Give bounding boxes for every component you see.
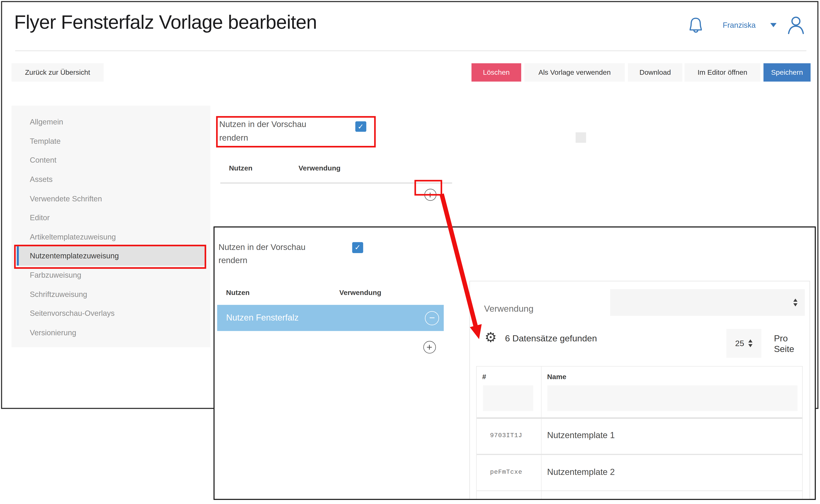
per-page-value: 25 bbox=[735, 339, 744, 348]
row-name-cell: Nutzentemplate 1 bbox=[547, 430, 615, 440]
remove-nutzen-button[interactable]: − bbox=[425, 311, 439, 325]
plus-icon: + bbox=[427, 342, 432, 352]
open-in-editor-button[interactable]: Im Editor öffnen bbox=[684, 63, 760, 82]
sidebar-item-allgemein[interactable]: Allgemein bbox=[17, 112, 206, 132]
overlay-render-preview-label-line2: rendern bbox=[218, 254, 333, 267]
add-nutzen-button[interactable]: + bbox=[424, 189, 436, 201]
results-count-text: 6 Datensätze gefunden bbox=[505, 334, 597, 344]
download-button[interactable]: Download bbox=[628, 63, 683, 82]
sidebar-item-editor[interactable]: Editor bbox=[17, 208, 206, 227]
per-page-select[interactable]: 25 bbox=[726, 329, 761, 358]
results-table: # Name 9703IT1J Nutzentemplate 1 peFmTcx… bbox=[476, 366, 802, 499]
delete-button[interactable]: Löschen bbox=[472, 63, 521, 82]
row-name-cell: Nutzentemplate 2 bbox=[547, 467, 615, 477]
overlay-render-preview-label-line1: Nutzen in der Vorschau bbox=[218, 240, 333, 254]
verwendung-select[interactable] bbox=[610, 289, 804, 316]
per-page-stepper-icon bbox=[748, 339, 753, 347]
table-header-id: # bbox=[482, 373, 486, 381]
verwendung-label: Verwendung bbox=[484, 304, 534, 314]
page-title: Flyer Fensterfalz Vorlage bearbeiten bbox=[14, 12, 317, 34]
overlay-column-header-verwendung: Verwendung bbox=[339, 288, 381, 296]
table-header-divider bbox=[220, 182, 452, 183]
column-header-nutzen: Nutzen bbox=[229, 164, 252, 172]
select-stepper-icon bbox=[793, 299, 797, 306]
sidebar-item-seitenvorschau-overlays[interactable]: Seitenvorschau-Overlays bbox=[17, 304, 206, 323]
user-avatar-icon[interactable] bbox=[787, 16, 805, 35]
render-preview-label-line1: Nutzen in der Vorschau bbox=[219, 118, 329, 131]
overlay-render-preview-checkbox[interactable]: ✓ bbox=[352, 242, 363, 253]
sidebar-item-nutzentemplatezuweisung[interactable]: Nutzentemplatezuweisung bbox=[17, 246, 206, 265]
table-row[interactable]: 9703IT1J Nutzentemplate 1 bbox=[477, 418, 802, 454]
save-button[interactable]: Speichern bbox=[764, 63, 811, 82]
sidebar-item-verwendete-schriften[interactable]: Verwendete Schriften bbox=[17, 189, 206, 208]
per-page-label: Pro Seite bbox=[774, 334, 810, 355]
checkmark-icon: ✓ bbox=[357, 122, 364, 131]
sidebar-item-template[interactable]: Template bbox=[17, 132, 206, 151]
minus-icon: − bbox=[429, 312, 435, 324]
back-to-overview-button[interactable]: Zurück zur Übersicht bbox=[12, 63, 104, 82]
render-preview-label-line2: rendern bbox=[219, 131, 329, 144]
overlay-add-nutzen-button[interactable]: + bbox=[423, 341, 436, 354]
gear-icon[interactable]: ⚙ bbox=[485, 330, 497, 345]
table-header-name: Name bbox=[547, 373, 566, 381]
table-row[interactable]: peFmTcxe Nutzentemplate 2 bbox=[477, 455, 802, 491]
plus-icon: + bbox=[427, 190, 433, 200]
id-filter-input[interactable] bbox=[483, 385, 533, 411]
name-filter-input[interactable] bbox=[547, 385, 797, 411]
sidebar-item-versionierung[interactable]: Versionierung bbox=[17, 323, 206, 342]
sidebar-item-assets[interactable]: Assets bbox=[17, 170, 206, 189]
use-as-template-button[interactable]: Als Vorlage verwenden bbox=[525, 63, 625, 82]
table-row-divider bbox=[477, 454, 802, 455]
render-preview-checkbox[interactable]: ✓ bbox=[355, 121, 366, 132]
sidebar: Allgemein Template Content Assets Verwen… bbox=[12, 106, 210, 347]
column-header-verwendung: Verwendung bbox=[298, 164, 340, 172]
row-id-cell: 9703IT1J bbox=[490, 432, 522, 439]
row-id-cell: peFmTcxe bbox=[490, 469, 522, 476]
screenshot-root: Flyer Fensterfalz Vorlage bearbeiten Fra… bbox=[0, 0, 820, 504]
sidebar-item-farbzuweisung[interactable]: Farbzuweisung bbox=[17, 265, 206, 285]
user-menu-name[interactable]: Franziska bbox=[723, 21, 756, 29]
sidebar-item-content[interactable]: Content bbox=[17, 151, 206, 170]
sidebar-item-schriftzuweisung[interactable]: Schriftzuweisung bbox=[17, 285, 206, 304]
overlay-render-preview-label: Nutzen in der Vorschau rendern bbox=[218, 240, 333, 267]
render-preview-label: Nutzen in der Vorschau rendern bbox=[219, 118, 329, 144]
table-row-divider bbox=[477, 490, 802, 491]
overlay-panel: Nutzen in der Vorschau rendern ✓ Nutzen … bbox=[213, 226, 816, 500]
sidebar-items: Allgemein Template Content Assets Verwen… bbox=[17, 112, 206, 342]
overlay-column-header-nutzen: Nutzen bbox=[226, 288, 250, 296]
user-area: Franziska bbox=[688, 14, 805, 37]
selected-nutzen-row-label: Nutzen Fensterfalz bbox=[226, 313, 298, 323]
thumbnail-placeholder bbox=[575, 132, 586, 143]
nutzentemplate-picker-card: Verwendung ⚙ 6 Datensätze gefunden 25 Pr… bbox=[469, 281, 810, 500]
bell-icon[interactable] bbox=[688, 17, 704, 34]
chevron-down-icon[interactable] bbox=[770, 23, 777, 27]
checkmark-icon: ✓ bbox=[354, 243, 360, 252]
sidebar-item-artikeltemplatezuweisung[interactable]: Artikeltemplatezuweisung bbox=[17, 227, 206, 246]
header-divider bbox=[15, 50, 806, 51]
selected-nutzen-row[interactable]: Nutzen Fensterfalz − bbox=[217, 305, 444, 331]
